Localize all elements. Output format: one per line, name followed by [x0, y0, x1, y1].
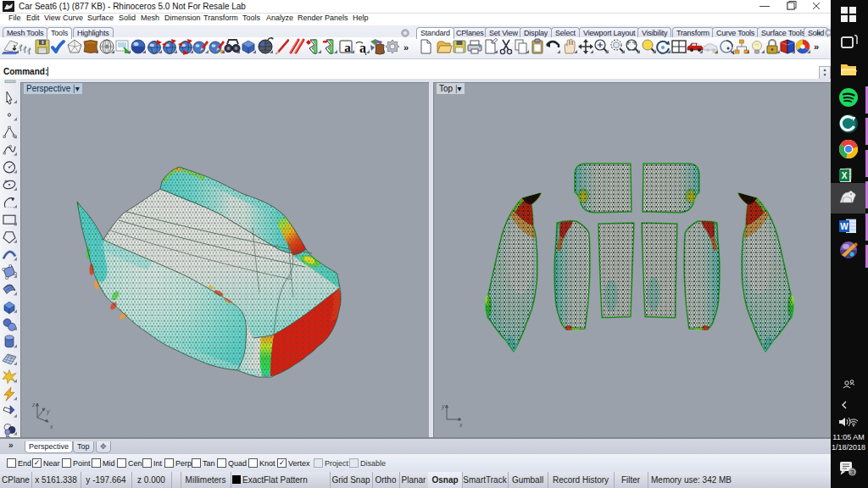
svg-text:»: »: [814, 42, 819, 52]
svg-text:y: y: [46, 408, 50, 415]
svg-text:3: 3: [850, 469, 854, 476]
svg-text:x: x: [459, 422, 463, 428]
svg-text:1/18/2018: 1/18/2018: [832, 443, 865, 452]
svg-text:W: W: [840, 222, 849, 231]
svg-text:y: y: [441, 403, 445, 410]
svg-text:X: X: [842, 171, 848, 180]
svg-text:11:05 AM: 11:05 AM: [832, 433, 864, 441]
svg-text:x: x: [49, 424, 53, 430]
svg-text:»: »: [403, 42, 409, 53]
svg-text:z: z: [31, 402, 36, 408]
svg-text:a: a: [344, 41, 351, 54]
